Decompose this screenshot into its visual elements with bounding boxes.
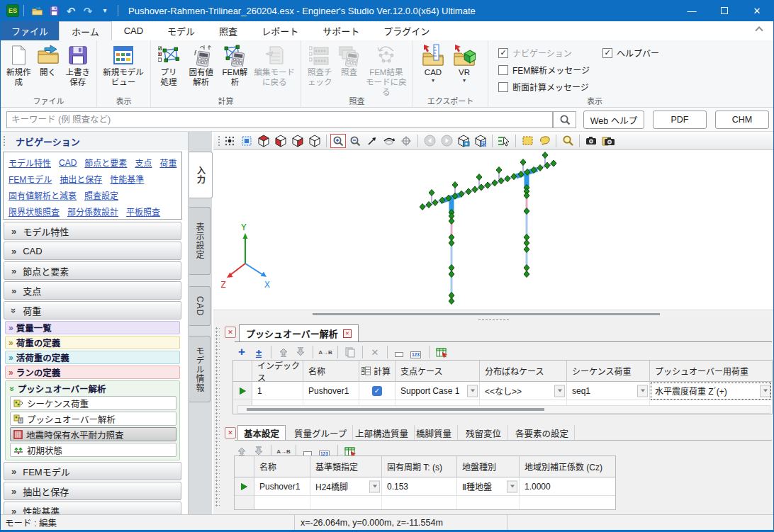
fem-messages-checkbox[interactable] <box>498 65 508 75</box>
dropdown-icon[interactable] <box>467 385 478 397</box>
cell-standard[interactable]: H24橋脚 <box>310 477 382 496</box>
zoom-window-icon[interactable] <box>330 134 346 148</box>
view-front-icon[interactable] <box>273 134 288 148</box>
export-vr-dropdown-icon[interactable]: ▾ <box>463 78 466 84</box>
open-button[interactable]: 開く <box>35 43 62 79</box>
cell-ground-type[interactable]: Ⅱ種地盤 <box>457 477 520 496</box>
fit-column-width-numbers-icon[interactable]: ↔123 <box>410 346 424 358</box>
quick-save-icon[interactable] <box>47 4 61 18</box>
cell-index[interactable]: 1 <box>252 382 303 400</box>
navigation-checkbox[interactable]: ✓ <box>498 48 508 58</box>
view-perspective-icon[interactable] <box>307 134 322 148</box>
tab-cad[interactable]: CAD <box>112 21 155 40</box>
settings-tab-element-settings[interactable]: 各要素の設定 <box>510 425 575 441</box>
tab-model[interactable]: モデル <box>155 21 207 40</box>
row-marker[interactable] <box>233 382 252 400</box>
pre-process-button[interactable]: プリ処理 <box>155 43 183 89</box>
tab-close-icon[interactable]: ✕ <box>343 329 352 338</box>
scrollbar-thumb[interactable] <box>247 408 544 411</box>
side-tab-input[interactable]: 入力 <box>189 152 213 198</box>
settings-tab-mass-group[interactable]: 質量グループ <box>288 425 353 441</box>
link-eigen-damping[interactable]: 固有値解析と減衰 <box>9 189 77 201</box>
add-row-icon[interactable]: + <box>235 346 249 358</box>
settings-tab-basic[interactable]: 基本設定 <box>237 425 286 441</box>
new-file-button[interactable]: 新規作成 <box>4 43 33 89</box>
eigen-analysis-button[interactable]: f 固有値解析 <box>184 43 218 89</box>
section-nodes-elements[interactable]: »節点と要素 <box>4 261 181 280</box>
tab-file[interactable]: ファイル <box>1 21 59 40</box>
cell-name[interactable]: Pushover1 <box>254 477 310 496</box>
dropdown-icon[interactable] <box>369 480 380 492</box>
nav-item-run-definition[interactable]: »ランの定義 <box>5 366 180 379</box>
nav-item-seismic-capacity-check[interactable]: 地震時保有水平耐力照査 <box>10 427 176 441</box>
ribbon-collapse-icon[interactable] <box>756 26 765 31</box>
save-button[interactable]: 上書き保存 <box>63 43 93 89</box>
viewport-hscrollbar[interactable] <box>213 310 774 317</box>
section-loads[interactable]: »荷重 <box>4 301 181 319</box>
dropdown-icon[interactable] <box>760 385 770 397</box>
chm-help-button[interactable]: CHM <box>715 111 769 129</box>
link-partial-factor[interactable]: 部分係数設計 <box>67 205 118 217</box>
nav-item-sequence-load[interactable]: シーケンス荷重 <box>10 396 176 410</box>
link-check-settings[interactable]: 照査設定 <box>84 189 118 201</box>
toolbar-grip[interactable] <box>218 135 220 147</box>
link-nodes-elements[interactable]: 節点と要素 <box>84 157 127 169</box>
screenshot-icon[interactable] <box>583 134 599 148</box>
nav-item-live-load-definition[interactable]: »活荷重の定義 <box>5 351 180 364</box>
dropdown-icon[interactable] <box>637 385 648 397</box>
panel-close-button[interactable]: ✕ <box>225 327 236 338</box>
view-side-icon[interactable] <box>290 134 305 148</box>
link-supports[interactable]: 支点 <box>135 157 152 169</box>
cell-calc-checkbox[interactable]: ✓ <box>359 382 396 400</box>
rename-icon[interactable]: A→B <box>318 346 332 358</box>
quick-access-dropdown-icon[interactable]: ▾ <box>98 4 112 18</box>
redo-icon[interactable]: ↷ <box>81 4 95 18</box>
export-table-icon[interactable] <box>434 346 449 358</box>
section-extract-save[interactable]: »抽出と保存 <box>4 482 181 500</box>
undo-icon[interactable]: ↶ <box>64 4 78 18</box>
link-loads[interactable]: 荷重 <box>159 157 176 169</box>
row-marker[interactable] <box>235 477 254 496</box>
link-extract-save[interactable]: 抽出と保存 <box>60 173 102 185</box>
link-limit-state[interactable]: 限界状態照査 <box>9 205 60 217</box>
section-performance[interactable]: »性能基準 <box>4 502 181 514</box>
side-tab-display-settings[interactable]: 表示設定 <box>189 207 211 275</box>
settings-tab-superstructure-mass[interactable]: 上部構造質量 <box>349 425 415 441</box>
cell-pushover-load[interactable]: 水平震度荷重 Z´(+) <box>650 382 772 400</box>
link-performance[interactable]: 性能基準 <box>110 173 144 185</box>
rectangle-select-icon[interactable] <box>520 134 535 148</box>
orbit-icon[interactable] <box>381 134 397 148</box>
pushover-panel-tab[interactable]: プッシュオーバー解析 ✕ <box>239 324 359 341</box>
link-fem-model[interactable]: FEMモデル <box>9 173 52 185</box>
fit-column-width-icon[interactable]: ↔ <box>393 346 407 358</box>
link-model-properties[interactable]: モデル特性 <box>9 157 51 169</box>
export-vr-button[interactable]: VR ▾ <box>451 43 478 85</box>
web-help-button[interactable]: Web ヘルプ <box>583 111 644 129</box>
dropdown-icon[interactable] <box>554 385 565 397</box>
settings-close-button[interactable]: ✕ <box>225 427 236 438</box>
quick-open-icon[interactable] <box>30 4 44 18</box>
close-button[interactable]: ✕ <box>741 0 773 21</box>
section-messages-checkbox[interactable] <box>498 82 508 92</box>
scrollbar-thumb[interactable] <box>313 313 660 315</box>
nav-item-mass-list[interactable]: »質量一覧 <box>5 321 180 334</box>
view-capture-icon[interactable] <box>456 134 471 148</box>
link-cad[interactable]: CAD <box>59 158 77 168</box>
cell-spring-case[interactable]: <<なし>> <box>480 382 567 400</box>
section-model-properties[interactable]: »モデル特性 <box>4 222 181 240</box>
view-top-icon[interactable] <box>256 134 271 148</box>
zoom-out-icon[interactable] <box>347 134 363 148</box>
pointer-select-icon[interactable] <box>496 134 512 148</box>
fit-view-icon[interactable] <box>239 134 254 148</box>
export-cad-dropdown-icon[interactable]: ▾ <box>432 78 434 84</box>
center-view-icon[interactable] <box>398 134 414 148</box>
search-button[interactable] <box>553 111 576 128</box>
minimize-button[interactable]: — <box>675 0 708 21</box>
panel-grip[interactable] <box>215 327 220 508</box>
lasso-select-icon[interactable] <box>537 134 552 148</box>
cell-period[interactable]: 0.153 <box>382 477 457 496</box>
side-tab-model-info[interactable]: モデル情報 <box>189 336 211 402</box>
screenshot-save-icon[interactable] <box>600 134 616 148</box>
panel-splitter[interactable] <box>213 317 774 322</box>
cell-support-case[interactable]: Support Case 1 <box>396 382 480 400</box>
